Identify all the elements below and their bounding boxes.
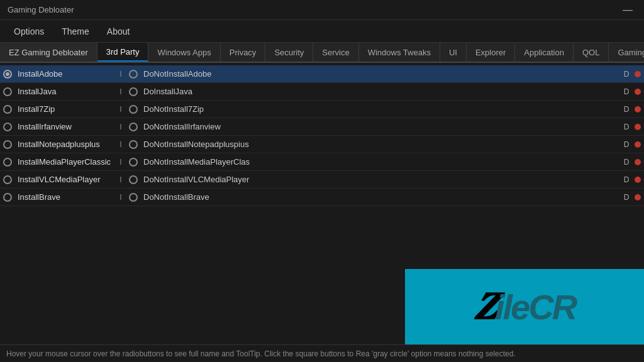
row-do-name: DoNotInstall7Zip xyxy=(141,104,621,114)
row-info-button[interactable]: I xyxy=(116,87,126,96)
tab-windows-apps[interactable]: Windows Apps xyxy=(148,43,220,62)
row-info-button[interactable]: I xyxy=(116,123,126,131)
row-do-name: DoInstallJava xyxy=(141,87,621,96)
row-radio-right[interactable] xyxy=(126,87,141,96)
menu-theme[interactable]: Theme xyxy=(53,23,98,40)
tab-gaming-tweaks[interactable]: Gaming Tweaks xyxy=(609,43,644,62)
row-info-button[interactable]: I xyxy=(116,105,126,114)
row-status-dot[interactable] xyxy=(631,71,644,77)
row-radio-right[interactable] xyxy=(126,140,141,149)
row-radio-left[interactable] xyxy=(0,70,15,79)
menu-options[interactable]: Options xyxy=(5,23,53,40)
table-row: InstallBraveIDoNotInstallBraveD xyxy=(0,189,644,206)
row-d-label: D xyxy=(621,193,631,202)
table-row: InstallMediaPlayerClassicIDoNotInstallMe… xyxy=(0,153,644,171)
row-d-label: D xyxy=(621,175,631,184)
menu-about[interactable]: About xyxy=(98,23,139,40)
row-do-name: DoNotInstallAdobe xyxy=(141,69,621,79)
row-d-label: D xyxy=(621,140,631,149)
row-status-dot[interactable] xyxy=(631,177,644,183)
row-status-dot[interactable] xyxy=(631,194,644,200)
row-d-label: D xyxy=(621,158,631,167)
row-install-name: InstallNotepadplusplus xyxy=(15,140,116,149)
row-install-name: InstallVLCMediaPlayer xyxy=(15,175,116,184)
row-radio-right[interactable] xyxy=(126,158,141,167)
row-radio-right[interactable] xyxy=(126,70,141,79)
row-info-button[interactable]: I xyxy=(116,158,126,167)
row-radio-right[interactable] xyxy=(126,123,141,131)
row-d-label: D xyxy=(621,123,631,131)
row-status-dot[interactable] xyxy=(631,124,644,130)
row-info-button[interactable]: I xyxy=(116,140,126,149)
watermark-text: 𝜡ileCR xyxy=(474,285,575,329)
tab-third-party[interactable]: 3rd Party xyxy=(97,43,149,62)
status-bar: Hover your mouse cursor over the radiobu… xyxy=(0,344,644,362)
row-do-name: DoNotInstallIrfanview xyxy=(141,122,621,131)
row-status-dot[interactable] xyxy=(631,89,644,95)
row-radio-left[interactable] xyxy=(0,193,15,202)
row-do-name: DoNotInstallNotepadpluspius xyxy=(141,140,621,149)
tab-privacy[interactable]: Privacy xyxy=(221,43,266,62)
title-bar: Gaming Debloater — xyxy=(0,0,644,20)
row-d-label: D xyxy=(621,70,631,79)
row-radio-left[interactable] xyxy=(0,87,15,96)
tab-qol[interactable]: QOL xyxy=(574,43,609,62)
table-row: InstallJavaIDoInstallJavaD xyxy=(0,83,644,101)
tab-bar: EZ Gaming Debloater3rd PartyWindows Apps… xyxy=(0,43,644,63)
watermark: 𝜡ileCR xyxy=(405,269,644,344)
tab-security[interactable]: Security xyxy=(265,43,313,62)
menu-bar: OptionsThemeAbout xyxy=(0,20,644,43)
row-status-dot[interactable] xyxy=(631,106,644,112)
tab-windows-tweaks[interactable]: Windows Tweaks xyxy=(359,43,440,62)
row-install-name: InstallIrfanview xyxy=(15,122,116,131)
row-radio-right[interactable] xyxy=(126,193,141,202)
table-row: InstallIrfanviewIDoNotInstallIrfanviewD xyxy=(0,118,644,136)
row-info-button[interactable]: I xyxy=(116,175,126,184)
row-radio-left[interactable] xyxy=(0,123,15,131)
status-text: Hover your mouse cursor over the radiobu… xyxy=(6,349,516,358)
row-info-button[interactable]: I xyxy=(116,193,126,202)
table-row: InstallVLCMediaPlayerIDoNotInstallVLCMed… xyxy=(0,171,644,189)
row-radio-left[interactable] xyxy=(0,140,15,149)
row-install-name: Install7Zip xyxy=(15,104,116,114)
row-radio-left[interactable] xyxy=(0,158,15,167)
row-install-name: InstallJava xyxy=(15,87,116,96)
row-install-name: InstallAdobe xyxy=(15,69,116,79)
tab-ez[interactable]: EZ Gaming Debloater xyxy=(0,43,97,62)
app-title: Gaming Debloater xyxy=(8,5,74,14)
row-radio-left[interactable] xyxy=(0,175,15,184)
row-install-name: InstallBrave xyxy=(15,192,116,202)
row-radio-right[interactable] xyxy=(126,105,141,114)
minimize-button[interactable]: — xyxy=(619,4,636,16)
row-do-name: DoNotInstallBrave xyxy=(141,192,621,202)
table-row: InstallAdobeIDoNotInstallAdobeD xyxy=(0,65,644,83)
row-status-dot[interactable] xyxy=(631,141,644,148)
tab-application[interactable]: Application xyxy=(515,43,574,62)
row-status-dot[interactable] xyxy=(631,159,644,165)
row-do-name: DoNotInstallMediaPlayerClas xyxy=(141,157,621,167)
row-d-label: D xyxy=(621,87,631,96)
row-info-button[interactable]: I xyxy=(116,70,126,79)
row-radio-left[interactable] xyxy=(0,105,15,114)
row-d-label: D xyxy=(621,105,631,114)
tab-ui[interactable]: UI xyxy=(440,43,467,62)
table-row: InstallNotepadplusplusIDoNotInstallNotep… xyxy=(0,136,644,153)
tab-explorer[interactable]: Explorer xyxy=(467,43,515,62)
row-install-name: InstallMediaPlayerClassic xyxy=(15,157,116,167)
row-do-name: DoNotInstallVLCMediaPlayer xyxy=(141,175,621,184)
row-radio-right[interactable] xyxy=(126,175,141,184)
tab-service[interactable]: Service xyxy=(313,43,358,62)
table-row: Install7ZipIDoNotInstall7ZipD xyxy=(0,101,644,118)
